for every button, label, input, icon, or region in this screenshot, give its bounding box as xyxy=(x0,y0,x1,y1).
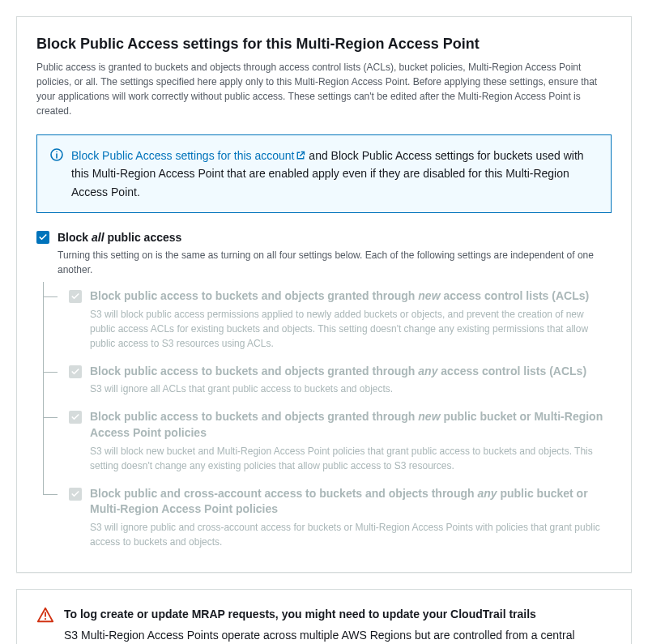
sub-checkbox xyxy=(69,488,82,501)
sub-checkbox xyxy=(69,365,82,378)
sub-desc: S3 will block public access permissions … xyxy=(90,307,612,351)
sub-setting-new-policies: Block public access to buckets and objec… xyxy=(43,403,612,479)
sub-label: Block public access to buckets and objec… xyxy=(90,409,612,441)
external-link-icon xyxy=(296,147,305,157)
svg-point-4 xyxy=(45,618,46,620)
svg-point-2 xyxy=(56,151,58,153)
sub-desc: S3 will ignore all ACLs that grant publi… xyxy=(90,382,586,396)
sub-setting-any-acls: Block public access to buckets and objec… xyxy=(43,357,612,403)
info-icon xyxy=(50,148,63,161)
info-alert: Block Public Access settings for this ac… xyxy=(36,134,612,213)
sub-label: Block public access to buckets and objec… xyxy=(90,364,586,380)
sub-checkbox xyxy=(69,290,82,303)
sub-setting-new-acls: Block public access to buckets and objec… xyxy=(43,282,612,357)
sub-label: Block public and cross-account access to… xyxy=(90,486,612,518)
block-public-access-panel: Block Public Access settings for this Mu… xyxy=(16,16,632,573)
warning-title: To log create or update MRAP requests, y… xyxy=(64,606,612,623)
warning-text: S3 Multi-Region Access Points operate ac… xyxy=(64,626,612,644)
sub-setting-any-policies: Block public and cross-account access to… xyxy=(43,480,612,556)
panel-description: Public access is granted to buckets and … xyxy=(36,60,612,118)
sub-label: Block public access to buckets and objec… xyxy=(90,288,612,305)
sub-checkbox xyxy=(69,411,82,424)
sub-desc: S3 will ignore public and cross-account … xyxy=(90,520,612,549)
cloudtrail-warning-panel: To log create or update MRAP requests, y… xyxy=(16,589,632,644)
block-all-row: Block all public access Turning this set… xyxy=(36,229,612,277)
sub-desc: S3 will block new bucket and Multi-Regio… xyxy=(90,444,612,473)
bpa-account-link[interactable]: Block Public Access settings for this ac… xyxy=(71,149,305,162)
warning-icon xyxy=(36,606,54,624)
block-all-label: Block all public access xyxy=(58,229,612,246)
sub-settings-tree: Block public access to buckets and objec… xyxy=(43,282,612,556)
block-all-checkbox[interactable] xyxy=(36,231,49,244)
block-all-desc: Turning this setting on is the same as t… xyxy=(58,248,612,277)
panel-title: Block Public Access settings for this Mu… xyxy=(36,33,612,55)
info-text: Block Public Access settings for this ac… xyxy=(71,147,598,201)
